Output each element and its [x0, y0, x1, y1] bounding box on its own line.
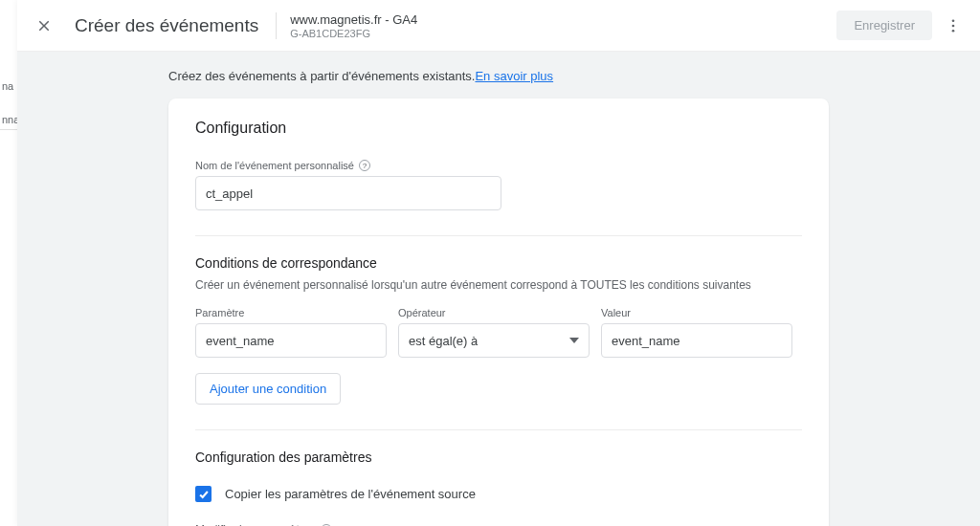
copy-params-row: Copier les paramètres de l'événement sou… [195, 486, 802, 502]
conditions-subtitle: Créer un événement personnalisé lorsqu'u… [195, 278, 802, 292]
header-divider [276, 12, 277, 39]
more-menu-button[interactable] [942, 14, 965, 37]
intro-sentence: Créez des événements à partir d'événemen… [168, 69, 475, 83]
param-label: Paramètre [195, 307, 244, 318]
copy-params-label: Copier les paramètres de l'événement sou… [225, 487, 476, 501]
operator-label: Opérateur [398, 307, 446, 318]
caret-down-icon [569, 336, 579, 345]
configuration-card: Configuration Nom de l'événement personn… [168, 99, 829, 526]
section-divider-1 [195, 235, 802, 236]
event-name-label-row: Nom de l'événement personnalisé ? [195, 160, 802, 171]
learn-more-link[interactable]: En savoir plus [475, 69, 553, 83]
help-icon[interactable]: ? [359, 160, 370, 171]
conditions-title: Conditions de correspondance [195, 255, 802, 271]
copy-params-checkbox[interactable] [195, 486, 212, 502]
section-divider-2 [195, 429, 802, 430]
bg-hint-1: na [0, 77, 15, 96]
condition-row: Paramètre Opérateur est égal(e) à Valeur [195, 307, 802, 358]
svg-point-1 [952, 24, 955, 27]
operator-select[interactable]: est égal(e) à [398, 323, 590, 358]
check-icon [198, 489, 210, 500]
kebab-icon [945, 17, 962, 34]
property-name: www.magnetis.fr - GA4 [290, 12, 417, 27]
add-condition-button[interactable]: Ajouter une condition [195, 373, 341, 405]
close-button[interactable] [33, 14, 56, 37]
value-input[interactable] [601, 323, 792, 358]
dialog-body: Créez des événements à partir d'événemen… [17, 52, 980, 526]
close-icon [35, 17, 53, 34]
svg-point-2 [952, 29, 955, 32]
params-title: Configuration des paramètres [195, 449, 802, 465]
intro-text: Créez des événements à partir d'événemen… [168, 69, 829, 83]
create-events-dialog: Créer des événements www.magnetis.fr - G… [17, 0, 980, 526]
svg-point-0 [952, 19, 955, 22]
card-title: Configuration [195, 120, 802, 137]
value-label: Valeur [601, 307, 631, 318]
operator-value: est égal(e) à [409, 334, 478, 348]
event-name-input[interactable] [195, 176, 501, 210]
param-input[interactable] [195, 323, 387, 358]
property-id: G-AB1CDE23FG [290, 28, 417, 39]
dialog-title: Créer des événements [75, 15, 258, 36]
save-button[interactable]: Enregistrer [836, 11, 932, 40]
property-info: www.magnetis.fr - GA4 G-AB1CDE23FG [290, 12, 417, 39]
event-name-label: Nom de l'événement personnalisé [195, 160, 354, 171]
dialog-header: Créer des événements www.magnetis.fr - G… [17, 0, 980, 52]
